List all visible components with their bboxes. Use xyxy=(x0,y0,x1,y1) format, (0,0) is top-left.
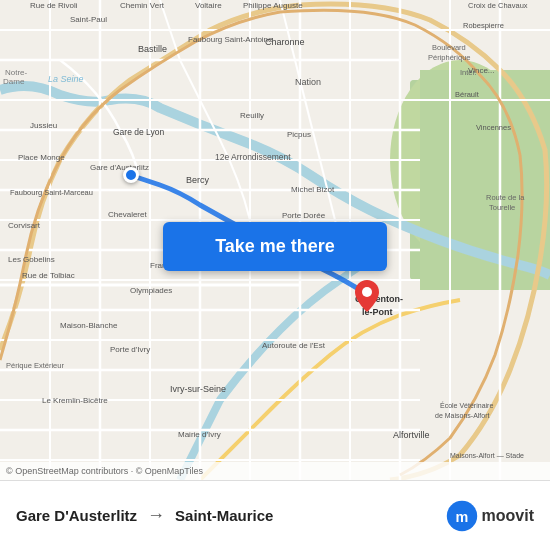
svg-text:Chemin Vert: Chemin Vert xyxy=(120,1,165,10)
svg-text:m: m xyxy=(455,508,468,524)
map-container: Rue de Rivoli Chemin Vert Voltaire Phili… xyxy=(0,0,550,480)
take-me-there-button[interactable]: Take me there xyxy=(163,222,387,271)
route-info: Gare D'Austerlitz → Saint-Maurice xyxy=(16,505,273,526)
svg-text:École Vétérinaire: École Vétérinaire xyxy=(440,401,493,409)
svg-text:Croix de Chavaux: Croix de Chavaux xyxy=(468,1,528,10)
svg-text:Bérault: Bérault xyxy=(455,90,480,99)
svg-text:Autoroute de l'Est: Autoroute de l'Est xyxy=(262,341,326,350)
route-arrow: → xyxy=(147,505,165,526)
svg-text:de Maisons-Alfort: de Maisons-Alfort xyxy=(435,412,490,419)
moovit-logo-icon: m xyxy=(446,500,478,532)
svg-text:Mairie d'Ivry: Mairie d'Ivry xyxy=(178,430,221,439)
destination-pin xyxy=(355,280,379,312)
svg-text:Picpus: Picpus xyxy=(287,130,311,139)
svg-text:Faubourg Saint-Antoine: Faubourg Saint-Antoine xyxy=(188,35,273,44)
svg-text:Gare d'Austerlitz: Gare d'Austerlitz xyxy=(90,163,149,172)
svg-text:Porte Dorée: Porte Dorée xyxy=(282,211,326,220)
svg-text:Périphérique: Périphérique xyxy=(428,53,471,62)
svg-text:Périque Extérieur: Périque Extérieur xyxy=(6,361,64,370)
svg-point-85 xyxy=(362,287,372,297)
svg-text:Faubourg Saint-Marceau: Faubourg Saint-Marceau xyxy=(10,188,93,197)
svg-text:Gare de Lyon: Gare de Lyon xyxy=(113,127,164,137)
svg-text:Olympiades: Olympiades xyxy=(130,286,172,295)
svg-text:Bastille: Bastille xyxy=(138,44,167,54)
to-station: Saint-Maurice xyxy=(175,507,273,524)
from-station: Gare D'Austerlitz xyxy=(16,507,137,524)
svg-text:Dame: Dame xyxy=(3,77,25,86)
svg-text:Le Kremlin-Bicêtre: Le Kremlin-Bicêtre xyxy=(42,396,108,405)
svg-text:Maison-Blanche: Maison-Blanche xyxy=(60,321,118,330)
moovit-logo-text: moovit xyxy=(482,507,534,525)
svg-text:Porte d'Ivry: Porte d'Ivry xyxy=(110,345,150,354)
svg-text:Maisons-Alfort — Stade: Maisons-Alfort — Stade xyxy=(450,452,524,459)
svg-text:Alfortville: Alfortville xyxy=(393,430,430,440)
svg-text:Corvisart: Corvisart xyxy=(8,221,41,230)
svg-text:Vincennes: Vincennes xyxy=(476,123,511,132)
svg-text:Jussieu: Jussieu xyxy=(30,121,57,130)
svg-text:Rue de Tolbiac: Rue de Tolbiac xyxy=(22,271,75,280)
svg-text:12e Arrondissement: 12e Arrondissement xyxy=(215,152,291,162)
svg-text:Voltaire: Voltaire xyxy=(195,1,222,10)
svg-text:Notre-: Notre- xyxy=(5,68,28,77)
svg-text:Tourelle: Tourelle xyxy=(489,203,515,212)
moovit-logo: m moovit xyxy=(446,500,534,532)
svg-text:Chevaleret: Chevaleret xyxy=(108,210,147,219)
svg-text:Bercy: Bercy xyxy=(186,175,210,185)
svg-text:Michel Bizot: Michel Bizot xyxy=(291,185,335,194)
svg-text:Nation: Nation xyxy=(295,77,321,87)
svg-text:© OpenStreetMap contributors ·: © OpenStreetMap contributors · © OpenMap… xyxy=(6,466,204,476)
svg-text:Route de la: Route de la xyxy=(486,193,525,202)
svg-text:Ivry-sur-Seine: Ivry-sur-Seine xyxy=(170,384,226,394)
bottom-bar: Gare D'Austerlitz → Saint-Maurice m moov… xyxy=(0,480,550,550)
svg-text:Saint-Paul: Saint-Paul xyxy=(70,15,107,24)
svg-text:Charonne: Charonne xyxy=(265,37,305,47)
svg-text:Les Gobelins: Les Gobelins xyxy=(8,255,55,264)
svg-text:Rue de Rivoli: Rue de Rivoli xyxy=(30,1,78,10)
svg-text:Philippe Auguste: Philippe Auguste xyxy=(243,1,303,10)
svg-text:La Seine: La Seine xyxy=(48,74,84,84)
svg-text:Robespierre: Robespierre xyxy=(463,21,504,30)
svg-text:Place Monge: Place Monge xyxy=(18,153,65,162)
svg-text:Boulevard: Boulevard xyxy=(432,43,466,52)
svg-text:Vince...: Vince... xyxy=(468,66,495,75)
svg-text:Reuilly: Reuilly xyxy=(240,111,264,120)
origin-marker xyxy=(123,167,139,183)
